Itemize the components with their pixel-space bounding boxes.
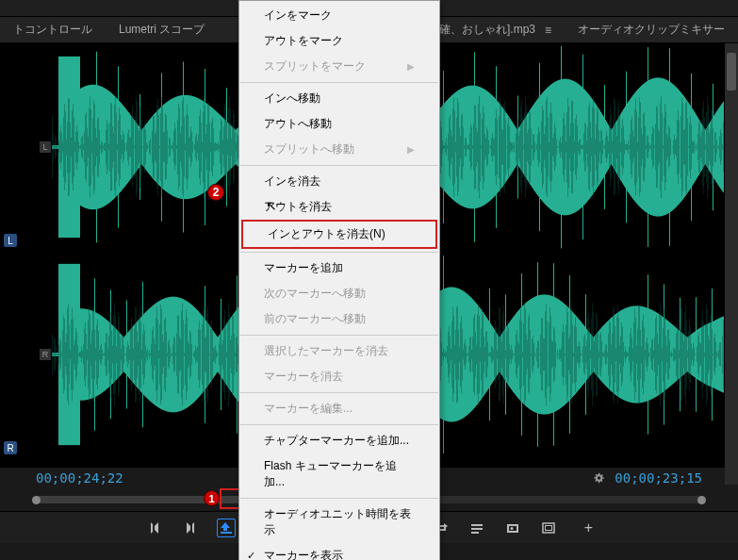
channel-indicator-l: L (40, 141, 51, 153)
menu-item-label: インとアウトを消去(N) (268, 226, 385, 242)
menu-item-label: 次のマーカーへ移動 (264, 286, 366, 302)
menu-item-label: 選択したマーカーを消去 (264, 343, 388, 359)
timecode-current[interactable]: 00;00;24;22 (36, 470, 123, 486)
channel-label-l: L (4, 234, 17, 247)
menu-separator (240, 392, 438, 393)
menu-item-label: アウトをマーク (264, 33, 343, 49)
settings-wrench-icon[interactable] (592, 471, 605, 485)
tab-control[interactable]: トコントロール (0, 16, 106, 43)
menu-item-label: チャプターマーカーを追加... (264, 433, 409, 449)
menu-item: 次のマーカーへ移動 (239, 281, 439, 306)
menu-separator (240, 165, 438, 166)
mark-in-button[interactable] (145, 519, 164, 537)
vertical-scrollbar[interactable] (725, 43, 738, 485)
tab-source-clip[interactable]: 確、おしゃれ].mp3 ≡ (426, 16, 565, 43)
menu-item[interactable]: Flash キューマーカーを追加... (239, 453, 439, 495)
menu-item-label: マーカーを表示 (264, 548, 343, 560)
menu-item-label: インをマーク (264, 8, 332, 24)
svg-rect-0 (543, 523, 554, 533)
menu-item[interactable]: インへ移動 (239, 86, 439, 111)
menu-item[interactable]: アウトを消去 (239, 194, 439, 220)
timecode-duration: 00;00;23;15 (615, 470, 702, 486)
svg-rect-1 (545, 525, 551, 530)
submenu-arrow-icon: ▶ (407, 61, 415, 72)
channel-label-r: R (4, 441, 17, 454)
menu-item[interactable]: インとアウトを消去(N) (241, 220, 437, 249)
menu-item-label: スプリットへ移動 (264, 141, 354, 157)
menu-item-label: インを消去 (264, 173, 320, 189)
mark-out-button[interactable] (181, 519, 200, 537)
menu-separator (240, 498, 438, 499)
scrub-handle-end[interactable] (697, 496, 706, 504)
menu-item-label: 前のマーカーへ移動 (264, 311, 366, 327)
context-menu: 2 インをマークアウトをマークスプリットをマーク▶インへ移動アウトへ移動スプリッ… (238, 0, 440, 560)
source-clip-name: 確、おしゃれ].mp3 (439, 22, 535, 38)
menu-item: 前のマーカーへ移動 (239, 306, 439, 332)
menu-item[interactable]: ✓マーカーを表示 (239, 543, 439, 560)
menu-item[interactable]: チャプターマーカーを追加... (239, 428, 439, 453)
menu-item[interactable]: インをマーク (239, 3, 439, 28)
check-icon: ✓ (247, 550, 255, 560)
callout-2-badge: 2 (207, 184, 224, 201)
menu-item-label: オーディオユニット時間を表示 (264, 506, 415, 538)
menu-item[interactable]: インを消去 (239, 169, 439, 194)
safe-margins-button[interactable] (539, 519, 558, 537)
menu-item-label: インへ移動 (264, 91, 320, 107)
menu-item-label: マーカーを追加 (264, 260, 343, 276)
menu-item[interactable]: アウトをマーク (239, 28, 439, 54)
menu-separator (240, 82, 438, 83)
menu-item: スプリットをマーク▶ (239, 54, 439, 79)
menu-item-label: アウトへ移動 (264, 116, 332, 132)
submenu-arrow-icon: ▶ (407, 144, 415, 155)
menu-item[interactable]: オーディオユニット時間を表示 (239, 502, 439, 543)
tab-lumetri[interactable]: Lumetri スコープ (106, 16, 218, 43)
overwrite-button[interactable] (467, 519, 486, 537)
tab-audio-mixer[interactable]: オーディオクリップミキサー (565, 16, 738, 43)
menu-item-label: マーカーを消去 (264, 369, 343, 385)
export-frame-button[interactable] (503, 519, 522, 537)
button-editor-plus[interactable]: + (584, 519, 593, 536)
callout-1-badge: 1 (204, 490, 220, 506)
menu-item: マーカーを編集... (239, 396, 439, 421)
menu-item: スプリットへ移動▶ (239, 137, 439, 162)
menu-separator (240, 335, 438, 336)
menu-item-label: アウトを消去 (264, 199, 332, 215)
menu-item: 選択したマーカーを消去 (239, 338, 439, 364)
menu-item-label: マーカーを編集... (264, 401, 353, 417)
menu-separator (240, 252, 438, 253)
menu-item: マーカーを消去 (239, 364, 439, 389)
tab-menu-icon[interactable]: ≡ (545, 24, 551, 37)
menu-item[interactable]: アウトへ移動 (239, 111, 439, 137)
channel-indicator-r: R (40, 349, 51, 360)
scrollbar-thumb[interactable] (727, 53, 736, 91)
menu-item[interactable]: マーカーを追加 (239, 255, 439, 281)
menu-item-label: スプリットをマーク (264, 58, 366, 74)
menu-item-label: Flash キューマーカーを追加... (264, 458, 415, 490)
scrub-handle-start[interactable] (32, 496, 41, 504)
menu-separator (240, 424, 438, 425)
insert-button[interactable] (217, 519, 236, 537)
